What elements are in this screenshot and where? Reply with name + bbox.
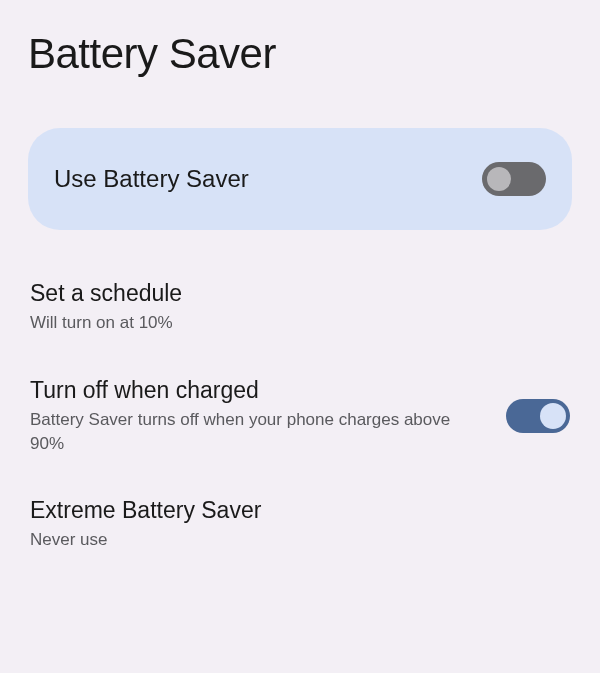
toggle-thumb <box>540 403 566 429</box>
set-schedule-row[interactable]: Set a schedule Will turn on at 10% <box>28 280 572 335</box>
settings-container: Battery Saver Use Battery Saver Set a sc… <box>0 0 600 552</box>
turn-off-when-charged-title: Turn off when charged <box>30 377 486 404</box>
use-battery-saver-toggle[interactable] <box>482 162 546 196</box>
extreme-battery-saver-subtitle: Never use <box>30 528 550 552</box>
setting-text: Turn off when charged Battery Saver turn… <box>30 377 506 456</box>
page-title: Battery Saver <box>28 30 572 78</box>
setting-text: Extreme Battery Saver Never use <box>30 497 570 552</box>
extreme-battery-saver-title: Extreme Battery Saver <box>30 497 550 524</box>
turn-off-when-charged-row[interactable]: Turn off when charged Battery Saver turn… <box>28 377 572 456</box>
use-battery-saver-label: Use Battery Saver <box>54 165 249 193</box>
turn-off-when-charged-toggle[interactable] <box>506 399 570 433</box>
use-battery-saver-card[interactable]: Use Battery Saver <box>28 128 572 230</box>
set-schedule-subtitle: Will turn on at 10% <box>30 311 550 335</box>
set-schedule-title: Set a schedule <box>30 280 550 307</box>
setting-text: Set a schedule Will turn on at 10% <box>30 280 570 335</box>
extreme-battery-saver-row[interactable]: Extreme Battery Saver Never use <box>28 497 572 552</box>
toggle-thumb <box>487 167 511 191</box>
turn-off-when-charged-subtitle: Battery Saver turns off when your phone … <box>30 408 486 456</box>
